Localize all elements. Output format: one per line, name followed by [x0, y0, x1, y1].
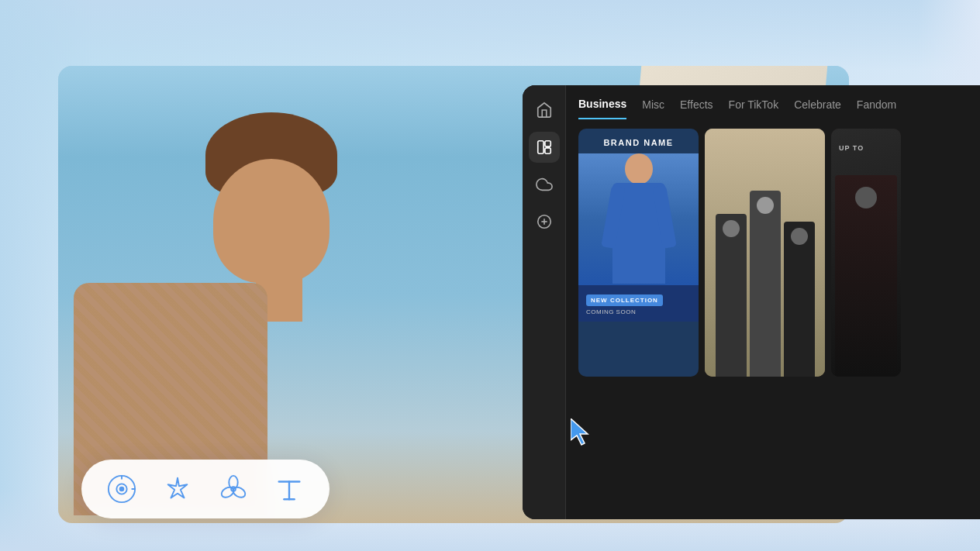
head-shape: [213, 159, 330, 283]
brand-card-bottom: NEW COLLECTION COMING SOON: [578, 285, 699, 322]
bg-blur-top: [0, 0, 980, 70]
star-toolbar-icon[interactable]: [159, 470, 196, 508]
group-card-image: [705, 129, 825, 377]
tab-business[interactable]: Business: [578, 98, 626, 119]
tabs-row: Business Misc Effects For TikTok Celebra…: [566, 85, 980, 119]
svg-rect-1: [544, 141, 550, 146]
coming-soon-text: COMING SOON: [586, 308, 691, 315]
tab-misc[interactable]: Misc: [642, 98, 664, 119]
person-figure: [97, 81, 500, 523]
template-card-group[interactable]: [705, 129, 825, 377]
svg-rect-0: [537, 141, 543, 154]
new-collection-badge: NEW COLLECTION: [586, 294, 663, 306]
template-card-dark[interactable]: UP TO: [831, 129, 901, 377]
right-panel: Business Misc Effects For TikTok Celebra…: [523, 85, 980, 519]
tab-celebrate[interactable]: Celebrate: [794, 98, 841, 119]
page-wrapper: Business Misc Effects For TikTok Celebra…: [0, 0, 980, 551]
bottom-toolbar: [81, 460, 330, 518]
panel-sidebar: [523, 85, 566, 519]
dark-card-image: UP TO: [831, 129, 901, 377]
person-head: [205, 112, 345, 267]
tab-fandom[interactable]: Fandom: [857, 98, 896, 119]
brand-card-top: BRAND NAME: [578, 129, 699, 153]
cloud-sidebar-icon[interactable]: [529, 169, 560, 200]
home-sidebar-icon[interactable]: [529, 95, 560, 126]
up-to-text: UP TO: [839, 144, 864, 152]
brand-name-text: BRAND NAME: [586, 138, 691, 147]
tab-effects[interactable]: Effects: [680, 98, 713, 119]
text-toolbar-icon[interactable]: [271, 470, 308, 508]
filter-toolbar-icon[interactable]: [215, 470, 252, 508]
template-grid: BRAND NAME NEW COLLECTION: [566, 119, 980, 519]
music-toolbar-icon[interactable]: [103, 470, 140, 508]
tab-fortiktok[interactable]: For TikTok: [729, 98, 779, 119]
cursor-arrow: [571, 418, 594, 446]
templates-sidebar-icon[interactable]: [529, 132, 560, 163]
add-sidebar-icon[interactable]: [529, 206, 560, 237]
svg-point-9: [120, 487, 124, 491]
brand-card-image: [578, 153, 699, 285]
panel-content: Business Misc Effects For TikTok Celebra…: [566, 85, 980, 519]
svg-rect-2: [544, 148, 550, 153]
svg-marker-6: [571, 418, 588, 445]
template-card-brand[interactable]: BRAND NAME NEW COLLECTION: [578, 129, 699, 377]
